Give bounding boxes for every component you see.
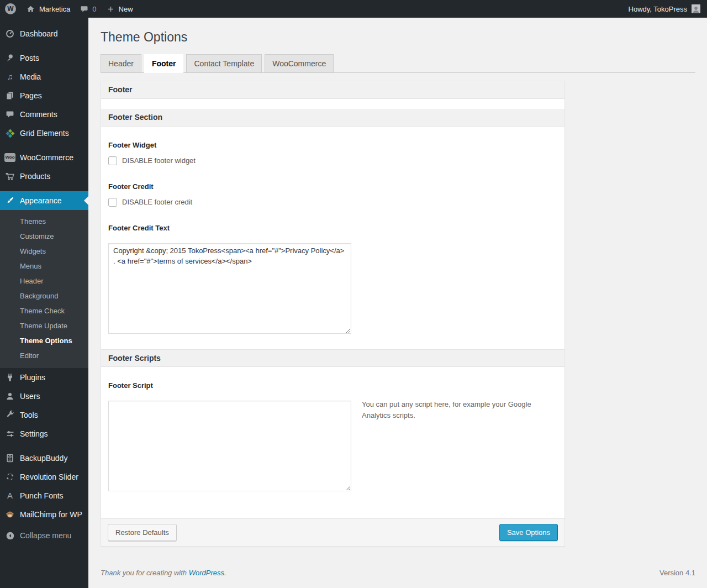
comments-icon (4, 109, 15, 120)
dashboard-icon (4, 28, 15, 39)
wordpress-link[interactable]: WordPress (189, 569, 224, 577)
sidebar-item-label: Grid Elements (20, 129, 69, 137)
wordpress-logo-menu[interactable]: W (0, 0, 21, 18)
sidebar-item-label: BackupBuddy (20, 454, 67, 462)
version-label: Version 4.1 (659, 569, 695, 577)
sidebar-item-label: Plugins (20, 374, 45, 381)
sidebar-item-label: Posts (20, 54, 39, 62)
section-header-footer-scripts: Footer Scripts (101, 349, 564, 367)
submenu-item-menus[interactable]: Menus (0, 259, 88, 274)
submenu-item-editor[interactable]: Editor (0, 348, 88, 363)
sidebar-item-label: Dashboard (20, 30, 58, 38)
sidebar-item-label: Media (20, 73, 41, 81)
sidebar-item-label: Appearance (20, 197, 62, 204)
sidebar-item-collapse-menu[interactable]: Collapse menu (0, 526, 88, 545)
footer-script-help-text: You can put any script here, for example… (362, 399, 533, 421)
new-label: New (119, 5, 133, 13)
comments-count: 0 (92, 5, 96, 13)
sidebar-item-label: Pages (20, 92, 42, 99)
save-options-button[interactable]: Save Options (499, 524, 558, 541)
disable-footer-widget-checkbox[interactable] (108, 156, 117, 165)
sidebar-item-comments[interactable]: Comments (0, 105, 88, 124)
sidebar-item-punch-fonts[interactable]: A Punch Fonts (0, 486, 88, 505)
thanks-period: . (224, 569, 226, 577)
sidebar-item-mailchimp[interactable]: MailChimp for WP (0, 505, 88, 524)
new-content-menu[interactable]: New (102, 0, 138, 18)
sidebar-item-label: Users (20, 392, 40, 400)
sidebar-item-revolution-slider[interactable]: Revolution Slider (0, 468, 88, 486)
sidebar-item-label: Comments (20, 111, 57, 118)
submenu-item-theme-check[interactable]: Theme Check (0, 303, 88, 318)
sidebar-item-pages[interactable]: Pages (0, 86, 88, 105)
theme-options-panel: Footer Footer Section Footer Widget DISA… (101, 81, 565, 547)
sidebar-item-users[interactable]: Users (0, 387, 88, 406)
sidebar-item-label: Revolution Slider (20, 473, 78, 481)
comments-menu[interactable]: 0 (75, 0, 101, 18)
sidebar-item-posts[interactable]: Posts (0, 49, 88, 67)
sidebar-item-media[interactable]: ♫ Media (0, 67, 88, 86)
disable-footer-credit-checkbox[interactable] (108, 198, 117, 207)
sidebar-item-backupbuddy[interactable]: BackupBuddy (0, 449, 88, 468)
sidebar-item-dashboard[interactable]: Dashboard (0, 24, 88, 43)
backup-drive-icon (4, 453, 15, 464)
footer-thanks-text: Thank you for creating with WordPress. (101, 569, 226, 577)
sidebar-item-grid-elements[interactable]: Grid Elements (0, 124, 88, 143)
site-name-label: Marketica (39, 5, 70, 13)
submenu-item-background[interactable]: Background (0, 288, 88, 303)
submenu-item-header[interactable]: Header (0, 274, 88, 288)
panel-action-bar: Restore Defaults Save Options (101, 518, 564, 546)
restore-defaults-button[interactable]: Restore Defaults (108, 524, 177, 541)
sidebar-item-label: WooCommerce (20, 154, 73, 161)
panel-spacer (101, 99, 564, 109)
section-header-footer-section: Footer Section (101, 109, 564, 127)
sidebar-item-woocommerce[interactable]: Woo WooCommerce (0, 148, 88, 167)
tab-contact-template[interactable]: Contact Template (186, 54, 262, 73)
cart-icon (4, 171, 15, 182)
sidebar-item-appearance[interactable]: Appearance (0, 191, 88, 210)
tab-header[interactable]: Header (101, 54, 141, 73)
sidebar-item-label: Products (20, 172, 50, 180)
brush-icon (4, 195, 15, 206)
admin-sidebar: Dashboard Posts ♫ Media Pages Comments G… (0, 18, 88, 588)
tab-bar: Header Footer Contact Template WooCommer… (101, 54, 695, 73)
footer-credit-text-textarea[interactable]: Copyright &copy; 2015 TokoPress<span><a … (108, 243, 351, 334)
sidebar-item-settings[interactable]: Settings (0, 424, 88, 443)
site-name-menu[interactable]: Marketica (21, 0, 75, 18)
checkbox-label: DISABLE footer credit (122, 198, 192, 206)
media-icon: ♫ (4, 71, 15, 82)
rotate-arrows-icon (4, 471, 15, 482)
footer-credit-text-label: Footer Credit Text (108, 224, 557, 232)
letter-a-icon: A (4, 490, 15, 501)
sidebar-item-plugins[interactable]: Plugins (0, 368, 88, 387)
footer-script-textarea[interactable] (108, 401, 351, 491)
submenu-item-widgets[interactable]: Widgets (0, 244, 88, 259)
submenu-item-theme-options[interactable]: Theme Options (0, 333, 88, 348)
disable-footer-widget-option[interactable]: DISABLE footer widget (108, 156, 557, 165)
sidebar-item-products[interactable]: Products (0, 167, 88, 186)
tab-woocommerce[interactable]: WooCommerce (265, 54, 334, 73)
checkbox-label: DISABLE footer widget (122, 156, 196, 165)
footer-scripts-body: Footer Script You can put any script her… (101, 367, 564, 518)
account-menu[interactable]: Howdy, TokoPress (624, 0, 707, 18)
main-content: Theme Options Header Footer Contact Temp… (88, 18, 707, 588)
sidebar-item-label: Tools (20, 411, 38, 419)
plus-icon (107, 5, 115, 13)
comment-bubble-icon (80, 5, 88, 13)
tab-footer[interactable]: Footer (144, 54, 184, 73)
submenu-item-customize[interactable]: Customize (0, 229, 88, 244)
panel-header-footer: Footer (101, 81, 564, 99)
thanks-prefix: Thank you for creating with (101, 569, 189, 577)
admin-footer: Thank you for creating with WordPress. V… (101, 569, 695, 577)
wrench-icon (4, 410, 15, 421)
sidebar-item-label: Punch Fonts (20, 492, 64, 500)
footer-credit-label: Footer Credit (108, 182, 557, 191)
pages-icon (4, 90, 15, 101)
sidebar-item-tools[interactable]: Tools (0, 406, 88, 424)
wordpress-logo-icon: W (5, 3, 16, 14)
collapse-arrow-icon (4, 530, 15, 541)
disable-footer-credit-option[interactable]: DISABLE footer credit (108, 198, 557, 207)
submenu-item-themes[interactable]: Themes (0, 214, 88, 229)
plugin-icon (4, 372, 15, 383)
submenu-item-theme-update[interactable]: Theme Update (0, 318, 88, 333)
grid-elements-icon (4, 128, 15, 139)
